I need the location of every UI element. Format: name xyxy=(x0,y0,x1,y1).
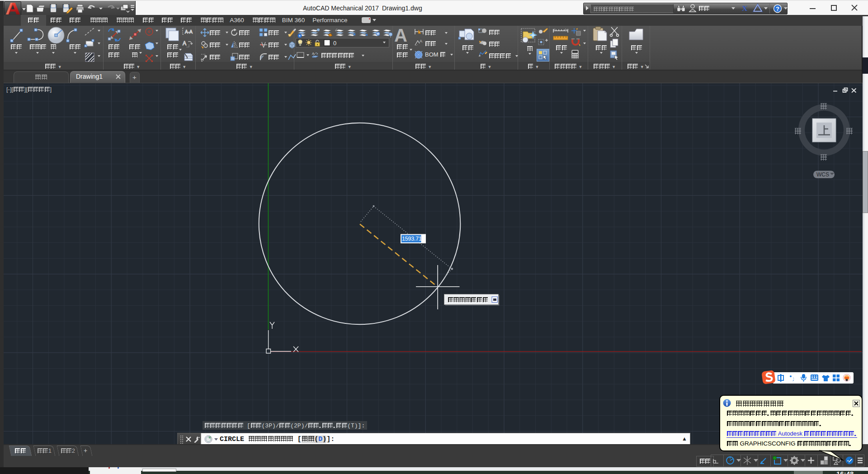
svg-text:WCS: WCS xyxy=(816,171,829,178)
svg-text:1593.71: 1593.71 xyxy=(402,236,422,242)
